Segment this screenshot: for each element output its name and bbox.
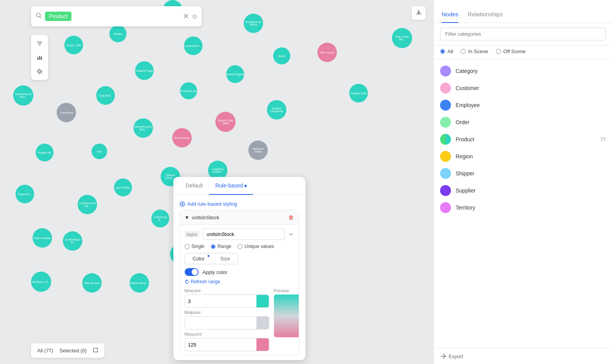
- category-color-dot: [440, 83, 451, 94]
- category-name: Territory: [456, 205, 606, 211]
- midpoint-input[interactable]: [185, 318, 256, 328]
- apply-color-toggle[interactable]: [184, 268, 198, 276]
- category-item-territory[interactable]: Territory: [434, 199, 612, 216]
- refresh-range-button[interactable]: Refresh range: [184, 279, 220, 284]
- search-target-button[interactable]: ⊙: [192, 13, 197, 20]
- status-bar: All (77) Selected (0): [31, 343, 104, 358]
- graph-node[interactable]: Valkoinen suklaa: [248, 140, 268, 160]
- category-color-dot: [440, 168, 451, 179]
- tab-default[interactable]: Default: [179, 177, 209, 195]
- category-item-product[interactable]: Product77: [434, 131, 612, 148]
- category-name: Region: [456, 153, 606, 159]
- graph-node[interactable]: Graceful tax: [180, 82, 197, 99]
- category-item-customer[interactable]: Customer: [434, 80, 612, 97]
- midpoint-label: Midpoint: [184, 310, 269, 315]
- graph-node[interactable]: Röd Kaviar: [172, 128, 192, 147]
- graph-node[interactable]: Ipoh Coffee: [114, 179, 132, 196]
- export-button[interactable]: Export: [440, 353, 463, 359]
- range-row: Minpoint 3 Midpoint: [184, 288, 294, 351]
- graph-node[interactable]: Tofu: [92, 144, 107, 159]
- category-color-dot: [440, 151, 451, 162]
- maxpoint-color-swatch[interactable]: [256, 338, 269, 351]
- maxpoint-input[interactable]: 125: [185, 340, 256, 350]
- graph-node[interactable]: Wimmers gute Sem...: [133, 118, 153, 138]
- settings-button[interactable]: [33, 65, 46, 78]
- graph-node[interactable]: Northwoo. Cr...: [31, 272, 51, 292]
- sub-tab-size[interactable]: Size: [212, 253, 238, 264]
- category-item-order[interactable]: Order: [434, 114, 612, 131]
- graph-node[interactable]: Pâté chinois: [317, 43, 337, 62]
- search-tag[interactable]: Product: [45, 12, 71, 21]
- rule-delete-button[interactable]: 🗑: [288, 214, 294, 220]
- graph-node[interactable]: Täfal au suris: [82, 273, 102, 293]
- add-rule-button[interactable]: Add rule-based styling: [179, 199, 237, 210]
- graph-node[interactable]: Scottish Longbread: [267, 100, 286, 120]
- graph-node[interactable]: Escargots de Bourg: [244, 14, 263, 33]
- sub-tabs: Color Size: [184, 253, 238, 264]
- category-item-category[interactable]: Category: [434, 62, 612, 80]
- field-select[interactable]: unitsInStock: [203, 229, 285, 240]
- radio-all[interactable]: All: [440, 49, 453, 54]
- graph-node[interactable]: Rillette Bauer...: [130, 273, 149, 293]
- graph-node[interactable]: Ikura: [273, 47, 290, 64]
- radio-in-scene[interactable]: In Scene: [461, 49, 488, 54]
- graph-node[interactable]: Chat Anto...: [96, 86, 115, 105]
- selected-count: Selected (0): [59, 348, 87, 354]
- graph-canvas[interactable]: Product ✕ ⊙ Ikagll lill Escargots de Bou…: [0, 0, 433, 364]
- graph-node[interactable]: Ringele vik: [36, 144, 54, 161]
- graph-node[interactable]: Original Fr...: [16, 185, 34, 203]
- svg-rect-1: [37, 57, 38, 60]
- graph-node[interactable]: Sir Rodney's Sc.: [63, 231, 82, 251]
- graph-node[interactable]: Mozzarella di Giov...: [13, 85, 33, 106]
- field-type-badge: bigint: [184, 231, 199, 237]
- toggle-row: Apply color: [184, 268, 294, 276]
- radio-unique[interactable]: Unique values: [238, 244, 274, 249]
- graph-node[interactable]: Tunnbröd: [57, 103, 76, 122]
- category-item-shipper[interactable]: Shipper: [434, 165, 612, 182]
- expand-button[interactable]: [93, 347, 98, 354]
- category-name: Order: [456, 119, 606, 125]
- graph-node[interactable]: Maalu: [109, 25, 127, 42]
- sub-tab-color[interactable]: Color: [185, 253, 212, 264]
- graph-node[interactable]: Outback Lager: [135, 61, 154, 80]
- graph-node[interactable]: Louisiana Hot Sp...: [78, 195, 97, 214]
- category-item-region[interactable]: Region: [434, 148, 612, 165]
- category-color-dot: [440, 202, 451, 213]
- graph-node[interactable]: Gorgo...zola: [64, 36, 83, 54]
- graph-node[interactable]: Klöru Kobe Nik...: [392, 28, 412, 48]
- category-item-employee[interactable]: Employee: [434, 97, 612, 114]
- filter-button[interactable]: [33, 37, 46, 50]
- minpoint-color-swatch[interactable]: [256, 295, 269, 307]
- categories-list: CategoryCustomerEmployeeOrderProduct77Re…: [434, 59, 612, 348]
- graph-node[interactable]: Camembert r...: [184, 36, 203, 55]
- tab-relationships[interactable]: Relationships: [468, 6, 503, 23]
- panel-tabs: Nodes Relationships: [442, 6, 604, 23]
- radio-single[interactable]: Single: [184, 244, 204, 249]
- radio-scene-row: All In Scene Off Scene: [434, 45, 612, 59]
- graph-node[interactable]: Ravioli Angelo: [226, 65, 244, 83]
- panel-header: Nodes Relationships: [434, 0, 612, 23]
- midpoint-color-swatch[interactable]: [256, 317, 269, 329]
- rule-panel-tabs: Default Rule-based: [173, 177, 305, 195]
- filter-input[interactable]: [440, 28, 606, 40]
- graph-node[interactable]: Zaame kölkan: [33, 228, 52, 248]
- graph-node[interactable]: Chartreuse B...: [151, 210, 169, 227]
- category-color-dot: [440, 66, 451, 76]
- minpoint-input[interactable]: 3: [185, 296, 256, 307]
- tab-rule-based[interactable]: Rule-based: [209, 177, 253, 195]
- left-toolbar: [31, 35, 48, 80]
- category-name: Supplier: [456, 187, 606, 194]
- radio-off-scene[interactable]: Off Scene: [496, 49, 526, 54]
- dropdown-arrow-icon: [288, 231, 294, 237]
- download-button[interactable]: [412, 6, 426, 20]
- graph-node[interactable]: Siodkys Bitud: [349, 84, 368, 102]
- category-color-dot: [440, 117, 451, 128]
- chart-button[interactable]: [33, 51, 46, 64]
- panel-footer: Export: [434, 348, 612, 364]
- radio-range[interactable]: Range: [211, 244, 231, 249]
- tab-nodes[interactable]: Nodes: [442, 6, 458, 23]
- search-clear-button[interactable]: ✕: [183, 12, 189, 21]
- graph-node[interactable]: Boston Crab Meat: [215, 112, 236, 132]
- category-name: Category: [456, 68, 606, 74]
- category-item-supplier[interactable]: Supplier: [434, 182, 612, 199]
